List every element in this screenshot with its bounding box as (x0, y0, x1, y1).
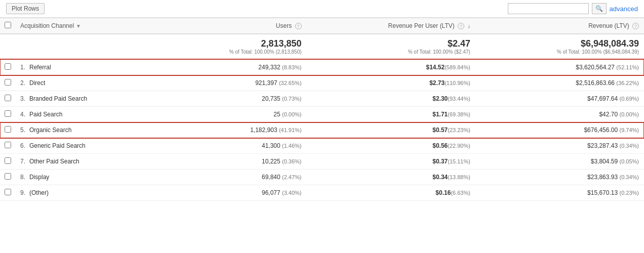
dropdown-arrow-icon[interactable]: ▼ (76, 23, 81, 29)
row-channel: 5.Organic Search (15, 122, 156, 138)
row-revenue-value: $47,697.64 (587, 95, 618, 102)
row-users-pct: (8.83%) (282, 64, 302, 70)
row-users-pct: (3.40%) (282, 190, 302, 196)
search-input[interactable] (508, 3, 589, 14)
row-checkbox[interactable] (5, 126, 11, 133)
row-users: 41,300 (1.46%) (156, 138, 306, 154)
search-button[interactable]: 🔍 (592, 3, 607, 14)
select-all-checkbox[interactable] (5, 22, 11, 28)
header-acquisition-channel: Acquisition Channel ▼ (15, 18, 156, 34)
row-rpm-value: $0.16 (435, 189, 451, 196)
plot-rows-button[interactable]: Plot Rows (6, 3, 45, 14)
data-table: Acquisition Channel ▼ Users ? Revenue Pe… (0, 18, 644, 201)
totals-rpm-value: $2.47 (312, 38, 470, 49)
row-rpm: $0.56(22.90%) (307, 138, 475, 154)
row-revenue-value: $3,620,564.27 (576, 64, 615, 71)
row-channel-name: Branded Paid Search (29, 95, 87, 102)
row-revenue: $3,804.59 (0.05%) (475, 154, 644, 170)
row-revenue-value: $23,287.43 (587, 142, 618, 149)
row-checkbox[interactable] (5, 110, 11, 117)
row-checkbox[interactable] (5, 142, 11, 148)
totals-revenue-value: $6,948,084.39 (480, 38, 639, 49)
row-users-value: 20,735 (262, 95, 280, 102)
row-checkbox[interactable] (5, 63, 11, 70)
row-users-pct: (32.65%) (279, 80, 302, 86)
row-revenue-pct: (0.69%) (619, 96, 639, 102)
row-checkbox-cell (0, 185, 15, 201)
row-rpm-pct: (589.84%) (445, 64, 470, 70)
row-num: 7. (20, 158, 25, 165)
table-row: 2.Direct921,397 (32.65%)$2.73(110.96%)$2… (0, 75, 644, 91)
row-rpm-pct: (23.23%) (448, 127, 470, 133)
row-rpm: $0.37(15.11%) (307, 154, 475, 170)
row-users-pct: (41.91%) (279, 127, 302, 133)
row-checkbox[interactable] (5, 173, 11, 180)
row-users: 1,182,903 (41.91%) (156, 122, 306, 138)
row-channel-name: Organic Search (29, 126, 71, 134)
row-users-pct: (0.36%) (282, 158, 302, 164)
row-checkbox[interactable] (5, 189, 11, 195)
header-revenue-per-user: Revenue Per User (LTV) ? ↓ (307, 18, 475, 34)
row-rpm-value: $2.30 (432, 95, 448, 102)
table-row: 3.Branded Paid Search20,735 (0.73%)$2.30… (0, 91, 644, 107)
row-rpm-value: $0.57 (432, 126, 448, 134)
row-users: 921,397 (32.65%) (156, 75, 306, 91)
row-channel-name: Paid Search (29, 111, 62, 118)
row-revenue-pct: (0.34%) (619, 143, 639, 149)
row-checkbox-cell (0, 59, 15, 75)
row-num: 1. (20, 64, 25, 71)
row-channel-name: Display (29, 174, 49, 181)
row-channel: 8.Display (15, 170, 156, 185)
row-rpm-pct: (110.96%) (445, 80, 470, 86)
row-rpm-pct: (13.88%) (448, 174, 470, 180)
table-row: 7.Other Paid Search10,225 (0.36%)$0.37(1… (0, 154, 644, 170)
row-checkbox-cell (0, 91, 15, 107)
row-channel-name: Referral (29, 64, 51, 71)
row-rpm: $0.57(23.23%) (307, 122, 475, 138)
advanced-link[interactable]: advanced (610, 5, 638, 13)
row-users: 249,332 (8.83%) (156, 59, 306, 75)
header-checkbox-cell (0, 18, 15, 34)
row-revenue-value: $23,863.93 (587, 174, 618, 181)
row-checkbox-cell (0, 75, 15, 91)
row-channel-name: Direct (29, 79, 45, 87)
row-channel-name: (Other) (29, 189, 49, 196)
row-checkbox[interactable] (5, 157, 11, 164)
table-row: 4.Paid Search25 (0.00%)$1.71(69.38%)$42.… (0, 107, 644, 122)
row-revenue: $15,670.13 (0.23%) (475, 185, 644, 201)
row-rpm: $0.16(6.63%) (307, 185, 475, 201)
row-checkbox-cell (0, 170, 15, 185)
revenue-info-icon: ? (632, 23, 639, 29)
row-checkbox[interactable] (5, 79, 11, 86)
row-users: 10,225 (0.36%) (156, 154, 306, 170)
toolbar: Plot Rows 🔍 advanced (0, 0, 644, 18)
row-rpm-value: $0.34 (432, 174, 448, 181)
row-channel: 3.Branded Paid Search (15, 91, 156, 107)
row-rpm-value: $0.37 (432, 158, 448, 165)
row-rpm-value: $14.52 (426, 64, 445, 71)
totals-rpm-sub: % of Total: 100.00% ($2.47) (312, 49, 470, 55)
row-revenue-pct: (0.05%) (619, 158, 639, 164)
row-users: 96,077 (3.40%) (156, 185, 306, 201)
row-users-value: 249,332 (258, 64, 280, 71)
row-revenue-pct: (52.11%) (616, 64, 639, 70)
row-num: 3. (20, 95, 25, 102)
totals-users-cell: 2,813,850 % of Total: 100.00% (2,813,850… (156, 34, 306, 59)
table-row: 6.Generic Paid Search41,300 (1.46%)$0.56… (0, 138, 644, 154)
row-checkbox[interactable] (5, 95, 11, 101)
row-num: 6. (20, 142, 25, 149)
row-channel: 1.Referral (15, 59, 156, 75)
row-num: 5. (20, 126, 25, 134)
header-revenue: Revenue (LTV) ? (475, 18, 644, 34)
row-revenue: $2,516,863.66 (36.22%) (475, 75, 644, 91)
row-channel: 4.Paid Search (15, 107, 156, 122)
table-row: 5.Organic Search1,182,903 (41.91%)$0.57(… (0, 122, 644, 138)
row-users: 25 (0.00%) (156, 107, 306, 122)
row-revenue-value: $42.70 (599, 111, 618, 118)
row-rpm: $1.71(69.38%) (307, 107, 475, 122)
row-rpm: $0.34(13.88%) (307, 170, 475, 185)
totals-rpm-cell: $2.47 % of Total: 100.00% ($2.47) (307, 34, 475, 59)
row-revenue-pct: (9.74%) (619, 127, 639, 133)
totals-users-sub: % of Total: 100.00% (2,813,850) (161, 49, 301, 55)
search-icon: 🔍 (595, 5, 603, 12)
